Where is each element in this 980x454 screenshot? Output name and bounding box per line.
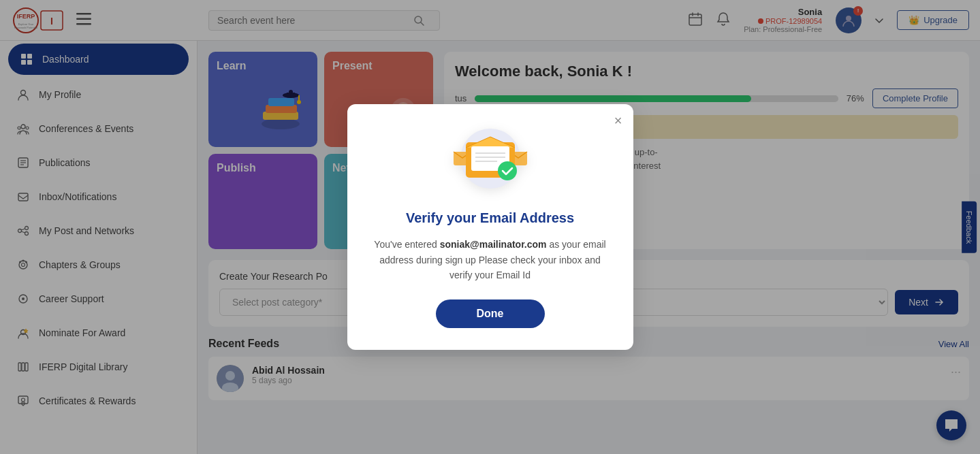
svg-point-82 (498, 161, 517, 180)
modal-body: You've entered soniak@mailinator.com as … (372, 237, 609, 282)
modal-icon (449, 126, 531, 197)
email-verify-modal: × (347, 104, 633, 349)
modal-done-button[interactable]: Done (436, 299, 545, 328)
modal-overlay: × (0, 0, 980, 454)
modal-title: Verify your Email Address (406, 210, 574, 226)
modal-close-button[interactable]: × (614, 114, 622, 127)
